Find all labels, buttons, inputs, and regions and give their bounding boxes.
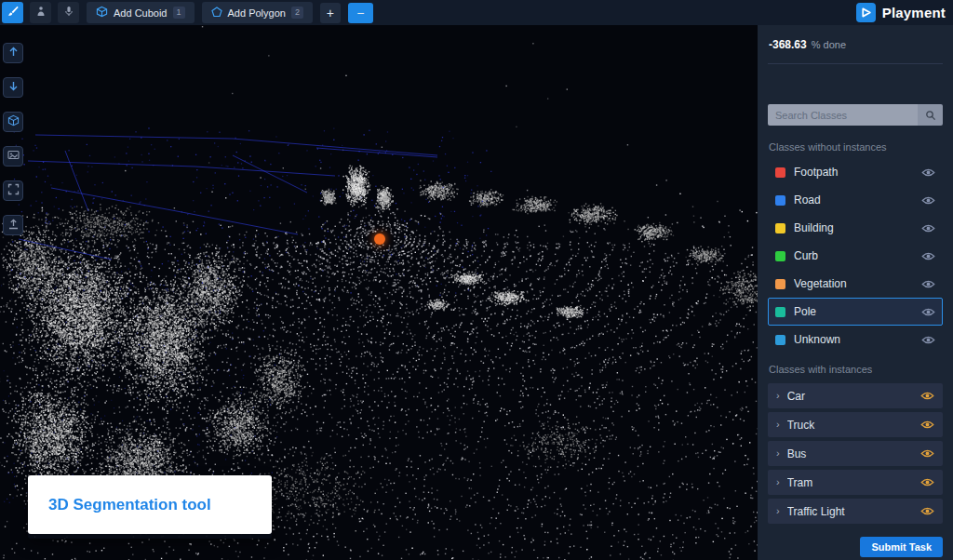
class-name-label: Building: [794, 221, 913, 234]
callout-text: 3D Segmentation tool: [48, 496, 211, 514]
rail-button-image-card[interactable]: [3, 146, 23, 167]
microphone-tool-button[interactable]: [58, 2, 79, 23]
visibility-eye-icon[interactable]: [920, 448, 934, 459]
chevron-right-icon[interactable]: ›: [776, 420, 780, 430]
visibility-eye-icon[interactable]: [920, 477, 934, 487]
classes-panel: -368.63 % done Classes without instances…: [758, 25, 953, 560]
microphone-icon: [63, 6, 74, 20]
search-classes-input[interactable]: [768, 104, 918, 126]
visibility-eye-icon[interactable]: [921, 223, 935, 233]
rail-button-cube[interactable]: [3, 112, 23, 132]
class-color-swatch: [775, 251, 785, 261]
brand-name: Playment: [882, 5, 946, 20]
image-card-icon: [7, 149, 20, 164]
class-color-swatch: [775, 223, 785, 233]
chevron-right-icon[interactable]: ›: [776, 448, 780, 459]
class-name-label: Truck: [787, 419, 913, 432]
visibility-eye-icon[interactable]: [921, 335, 935, 345]
class-name-label: Unknown: [794, 333, 913, 346]
point-cloud-viewport[interactable]: 3D Segmentation tool: [0, 25, 758, 560]
visibility-eye-icon[interactable]: [920, 391, 934, 401]
panel-footer: Submit Task: [768, 527, 943, 560]
playment-logo-icon: [856, 3, 876, 22]
class-color-swatch: [775, 195, 785, 206]
brush-icon: [7, 6, 19, 20]
class-name-label: Car: [787, 390, 913, 403]
visibility-eye-icon[interactable]: [921, 307, 935, 317]
submit-task-button[interactable]: Submit Task: [860, 537, 943, 557]
app-window: Add Cuboid 1 Add Polygon 2 + − Playment …: [0, 0, 953, 560]
instance-class-row-tram[interactable]: ›Tram: [768, 470, 943, 495]
instance-class-row-bus[interactable]: ›Bus: [768, 441, 943, 466]
instance-class-row-car[interactable]: ›Car: [768, 383, 943, 408]
class-row-footpath[interactable]: Footpath: [768, 158, 943, 186]
class-name-label: Footpath: [794, 166, 913, 179]
class-color-swatch: [775, 167, 785, 178]
rail-button-arrow-up[interactable]: [3, 43, 23, 63]
expand-icon: [7, 183, 20, 198]
person-icon: [35, 6, 47, 20]
section-header-classes-without-instances: Classes without instances: [769, 141, 942, 153]
classes-without-instances-list: FootpathRoadBuildingCurbVegetationPoleUn…: [768, 158, 943, 353]
arrow-up-from-line-icon: [7, 218, 20, 233]
add-cuboid-shortcut-badge: 1: [173, 7, 185, 19]
visibility-eye-icon[interactable]: [920, 506, 934, 516]
viewport-toolbar: [3, 43, 23, 235]
visibility-eye-icon[interactable]: [921, 195, 935, 206]
cube-icon: [7, 114, 20, 129]
class-row-vegetation[interactable]: Vegetation: [768, 270, 943, 298]
progress-indicator: -368.63 % done: [768, 25, 943, 64]
person-tool-button[interactable]: [30, 2, 51, 23]
arrow-up-icon: [7, 46, 20, 60]
class-name-label: Road: [794, 193, 913, 207]
chevron-right-icon[interactable]: ›: [776, 477, 780, 487]
class-name-label: Curb: [794, 249, 913, 262]
rail-button-arrow-down[interactable]: [3, 77, 23, 98]
lidar-origin-marker: [374, 233, 385, 245]
rail-button-expand[interactable]: [3, 180, 23, 201]
class-row-building[interactable]: Building: [768, 214, 943, 242]
add-polygon-label: Add Polygon: [228, 7, 286, 19]
add-cuboid-label: Add Cuboid: [114, 7, 168, 19]
class-color-swatch: [775, 335, 785, 345]
topbar-left-group: Add Cuboid 1 Add Polygon 2 + −: [0, 2, 373, 23]
visibility-eye-icon[interactable]: [921, 279, 935, 289]
visibility-eye-icon[interactable]: [920, 420, 934, 430]
segmentation-tool-callout: 3D Segmentation tool: [28, 475, 272, 534]
instance-class-row-truck[interactable]: ›Truck: [768, 412, 943, 437]
brush-tool-button[interactable]: [2, 2, 23, 23]
playment-brand: Playment: [856, 3, 946, 22]
progress-value: -368.63: [769, 38, 807, 51]
visibility-eye-icon[interactable]: [921, 167, 935, 178]
topbar: Add Cuboid 1 Add Polygon 2 + − Playment: [0, 0, 953, 25]
add-polygon-shortcut-badge: 2: [291, 7, 303, 19]
add-cuboid-button[interactable]: Add Cuboid 1: [87, 2, 195, 23]
cuboid-icon: [96, 6, 108, 20]
class-row-road[interactable]: Road: [768, 186, 943, 214]
chevron-right-icon[interactable]: ›: [776, 391, 780, 401]
class-row-curb[interactable]: Curb: [768, 242, 943, 270]
section-header-classes-with-instances: Classes with instances: [769, 364, 942, 375]
class-row-unknown[interactable]: Unknown: [768, 326, 943, 353]
instance-class-row-traffic-light[interactable]: ›Traffic Light: [768, 499, 943, 524]
search-icon[interactable]: [918, 104, 943, 126]
search-classes-bar: [768, 104, 943, 126]
add-button[interactable]: +: [320, 3, 341, 23]
class-name-label: Tram: [787, 476, 913, 489]
class-row-pole[interactable]: Pole: [768, 298, 943, 326]
main-area: 3D Segmentation tool -368.63 % done Clas…: [0, 25, 953, 560]
progress-suffix: % done: [812, 39, 846, 50]
add-polygon-button[interactable]: Add Polygon 2: [202, 2, 313, 23]
polygon-icon: [211, 7, 222, 20]
class-name-label: Bus: [787, 447, 913, 460]
class-name-label: Pole: [794, 305, 913, 318]
classes-with-instances-list: ›Car›Truck›Bus›Tram›Traffic Light: [768, 383, 943, 527]
minus-button[interactable]: −: [348, 3, 373, 23]
topbar-tools-group: [2, 2, 79, 23]
visibility-eye-icon[interactable]: [921, 251, 935, 261]
class-name-label: Vegetation: [794, 277, 913, 290]
rail-button-arrow-up-from-line[interactable]: [3, 215, 23, 235]
chevron-right-icon[interactable]: ›: [776, 506, 780, 516]
class-color-swatch: [775, 307, 785, 317]
class-color-swatch: [775, 279, 785, 289]
